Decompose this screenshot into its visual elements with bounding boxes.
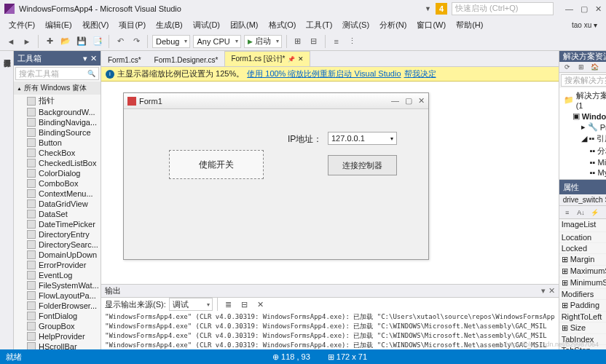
- toolbox-item[interactable]: BindingNaviga...: [14, 117, 101, 127]
- toolbox-group-header[interactable]: 所有 Windows 窗体: [14, 82, 101, 95]
- menu-item[interactable]: 工具(T): [302, 18, 337, 32]
- tb-icon[interactable]: ≣: [222, 298, 235, 311]
- maximize-icon[interactable]: ▢: [581, 4, 588, 14]
- menu-item[interactable]: 窗口(W): [412, 18, 450, 32]
- property-row[interactable]: ⊞ Padding0, 0, 0, 0: [559, 300, 606, 312]
- output-text[interactable]: "WindowsFormsApp4.exe" (CLR v4.0.30319: …: [101, 311, 559, 351]
- toolbox-item[interactable]: DirectoryEntry: [14, 229, 101, 240]
- toolbox-item[interactable]: DataGridView: [14, 199, 101, 209]
- tb-icon[interactable]: ⊞: [291, 35, 304, 48]
- toolbox-item[interactable]: 指针: [14, 95, 101, 107]
- pin-icon[interactable]: ▾: [541, 286, 546, 296]
- nav-back-icon[interactable]: ◄: [4, 35, 17, 48]
- tb-icon[interactable]: ✕: [254, 298, 267, 311]
- toolbox-item[interactable]: FolderBrowser...: [14, 301, 101, 311]
- property-row[interactable]: ⊞ Margin3, 3, 3, 3: [559, 254, 606, 266]
- pin-icon[interactable]: ▾: [83, 54, 87, 63]
- open-icon[interactable]: 📂: [59, 35, 72, 48]
- toolbox-item[interactable]: BackgroundW...: [14, 107, 101, 117]
- undo-icon[interactable]: ↶: [114, 35, 127, 48]
- property-row[interactable]: ModifiersPrivate: [559, 289, 606, 300]
- property-row[interactable]: ⊞ MaximumSize0, 0: [559, 266, 606, 277]
- toolbox-item[interactable]: FontDialog: [14, 311, 101, 321]
- property-row[interactable]: LockedFalse: [559, 243, 606, 254]
- save-icon[interactable]: 💾: [75, 35, 88, 48]
- server-explorer-tab[interactable]: 服务器资源管理器: [0, 51, 14, 364]
- tb-icon[interactable]: ⟳: [562, 62, 573, 72]
- property-row[interactable]: ⊞ Size172, 71: [559, 323, 606, 334]
- tb-icon[interactable]: ⊞: [575, 62, 587, 72]
- redo-icon[interactable]: ↷: [130, 35, 143, 48]
- menu-item[interactable]: 文件(F): [4, 18, 39, 32]
- close-icon[interactable]: ✕: [90, 54, 97, 63]
- menu-item[interactable]: 视图(V): [78, 18, 114, 32]
- menu-item[interactable]: 调试(D): [189, 18, 224, 32]
- toolbox-item[interactable]: FlowLayoutPa...: [14, 290, 101, 301]
- tb-icon[interactable]: ⊞: [603, 207, 606, 218]
- user-menu[interactable]: tao xu ▾: [567, 20, 602, 31]
- close-icon[interactable]: ✕: [595, 4, 602, 14]
- close-icon[interactable]: ✕: [548, 286, 555, 296]
- menu-item[interactable]: 编辑(E): [41, 18, 76, 32]
- toolbox-search-input[interactable]: 搜索工具箱: [15, 67, 99, 80]
- ip-combo[interactable]: 127.0.0.1: [328, 132, 397, 145]
- config-combo[interactable]: Debug: [152, 35, 190, 48]
- minimize-icon[interactable]: —: [565, 4, 573, 14]
- toolbox-item[interactable]: CheckBox: [14, 148, 101, 158]
- toolbox-item[interactable]: DataSet: [14, 209, 101, 219]
- toolbox-item[interactable]: ErrorProvider: [14, 260, 101, 270]
- toolbox-item[interactable]: DateTimePicker: [14, 219, 101, 229]
- toolbox-item[interactable]: ColorDialog: [14, 168, 101, 178]
- document-tab[interactable]: Form1.cs*: [101, 53, 148, 66]
- save-all-icon[interactable]: 📑: [91, 35, 104, 48]
- toolbox-item[interactable]: BindingSource: [14, 127, 101, 138]
- toolbox-item[interactable]: ComboBox: [14, 178, 101, 189]
- cat-icon[interactable]: ≡: [562, 207, 573, 218]
- quick-launch-input[interactable]: 快速启动 (Ctrl+Q): [452, 2, 554, 15]
- infobar-restart-link[interactable]: 使用 100% 缩放比例重新启动 Visual Studio: [247, 68, 401, 79]
- tree-ref-item[interactable]: ▪▪ Mycontrol: [561, 167, 606, 178]
- toolbox-item[interactable]: DirectorySearc...: [14, 240, 101, 250]
- dropdown-icon[interactable]: ▼: [425, 5, 431, 12]
- property-row[interactable]: Location118, 93: [559, 232, 606, 243]
- infobar-help-link[interactable]: 帮我决定: [404, 68, 436, 79]
- output-source-combo[interactable]: 调试: [169, 298, 213, 311]
- tree-ref-item[interactable]: ▪▪ 分析器: [561, 145, 606, 157]
- toolbox-item[interactable]: ContextMenu...: [14, 189, 101, 199]
- tree-project[interactable]: ▣ WindowsFormsApp4: [561, 111, 606, 122]
- menu-item[interactable]: 分析(N): [375, 18, 411, 32]
- form-window[interactable]: Form1 —▢✕ IP地址： 127.0.0.1 连接控制器 使能开关: [123, 92, 429, 260]
- solution-search-input[interactable]: 搜索解决方案资源管理器(Ctrl+;): [561, 74, 606, 87]
- toolbox-item[interactable]: Button: [14, 138, 101, 148]
- menu-item[interactable]: 测试(S): [338, 18, 374, 32]
- tree-solution[interactable]: 📁 解决方案"WindowsFormsApp4"(1: [561, 90, 606, 111]
- notification-badge[interactable]: 4: [436, 3, 447, 15]
- tb-icon[interactable]: ⋮: [346, 35, 359, 48]
- menu-item[interactable]: 帮助(H): [452, 18, 487, 32]
- toolbox-item[interactable]: HelpProvider: [14, 331, 101, 341]
- property-row[interactable]: RightToLeftNo: [559, 312, 606, 323]
- tree-ref-item[interactable]: ▪▪ Microsoft.CSharp: [561, 157, 606, 167]
- toolbox-item[interactable]: CheckedListBox: [14, 158, 101, 168]
- toolbox-item[interactable]: EventLog: [14, 270, 101, 280]
- tb-icon[interactable]: ⊟: [307, 35, 320, 48]
- form-designer[interactable]: Form1 —▢✕ IP地址： 127.0.0.1 连接控制器 使能开关: [101, 82, 559, 284]
- events-icon[interactable]: ⚡: [589, 207, 601, 218]
- connect-button[interactable]: 连接控制器: [328, 155, 397, 175]
- tree-references[interactable]: ◢ ▪▪ 引用: [561, 132, 606, 145]
- tb-icon[interactable]: ≡: [330, 35, 343, 48]
- platform-combo[interactable]: Any CPU: [193, 35, 240, 48]
- property-row[interactable]: ⊞ MinimumSize0, 0: [559, 277, 606, 289]
- tb-icon[interactable]: 🏠: [589, 62, 601, 72]
- menu-item[interactable]: 格式(O): [264, 18, 301, 32]
- toolbox-item[interactable]: GroupBox: [14, 321, 101, 331]
- menu-item[interactable]: 项目(P): [114, 18, 150, 32]
- tb-icon[interactable]: ⊟: [238, 298, 251, 311]
- start-debug-button[interactable]: 启动: [244, 35, 282, 48]
- nav-fwd-icon[interactable]: ►: [20, 35, 34, 48]
- document-tab[interactable]: Form1.Designer.cs*: [148, 53, 225, 66]
- selected-label-control[interactable]: 使能开关: [169, 150, 264, 179]
- document-tab[interactable]: Form1.cs [设计]*📌✕: [224, 51, 310, 66]
- new-icon[interactable]: ✚: [43, 35, 56, 48]
- tb-icon[interactable]: ⊟: [603, 62, 606, 72]
